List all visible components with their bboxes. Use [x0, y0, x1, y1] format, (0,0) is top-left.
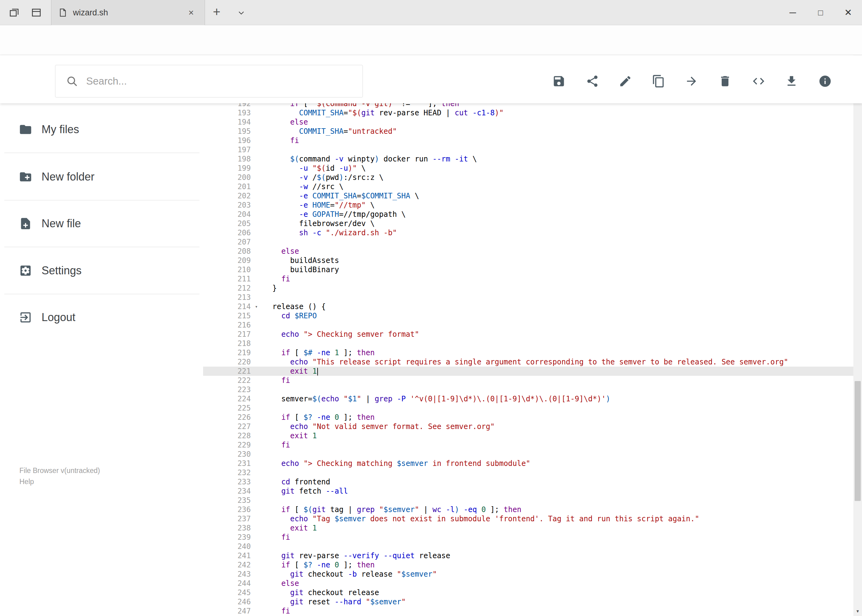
code-line-242[interactable]: 242 if [ $? -ne 0 ]; then	[203, 560, 853, 570]
sidebar-item-new-file[interactable]: New file	[0, 214, 203, 233]
sidebar-item-my-files[interactable]: My files	[0, 119, 203, 139]
sidebar-item-label: Logout	[41, 311, 76, 324]
code-icon	[752, 74, 765, 88]
sidebar-item-new-folder[interactable]: New folder	[0, 167, 203, 187]
code-line-217[interactable]: 217 echo "> Checking semver format"	[203, 330, 853, 339]
share-file-button[interactable]	[584, 72, 601, 90]
delete-button[interactable]	[717, 72, 734, 90]
code-line-225[interactable]: 225	[203, 404, 853, 413]
save-button[interactable]	[550, 72, 567, 90]
move-button[interactable]	[683, 72, 700, 90]
fold-gutter	[251, 118, 262, 127]
code-line-202[interactable]: 202 -e COMMIT_SHA=$COMMIT_SHA \	[203, 191, 853, 201]
code-text	[262, 321, 273, 330]
code-line-213[interactable]: 213	[203, 293, 853, 302]
code-line-201[interactable]: 201 -w //src \	[203, 182, 853, 191]
download-button[interactable]	[783, 72, 800, 90]
fold-gutter	[251, 274, 262, 284]
code-line-205[interactable]: 205 filebrowser/dev \	[203, 219, 853, 228]
code-line-234[interactable]: 234 git fetch --all	[203, 487, 853, 496]
code-line-195[interactable]: 195 COMMIT_SHA="untracked"	[203, 127, 853, 136]
code-line-209[interactable]: 209 buildAssets	[203, 256, 853, 265]
tab-close-icon[interactable]: ×	[184, 6, 198, 19]
code-line-222[interactable]: 222 fi	[203, 376, 853, 385]
help-link[interactable]: Help	[19, 476, 100, 487]
window-close-button[interactable]: ✕	[834, 0, 862, 25]
new-tab-button[interactable]: +	[209, 4, 225, 20]
code-line-241[interactable]: 241 git rev-parse --verify --quiet relea…	[203, 551, 853, 560]
set-tabs-aside-button[interactable]	[28, 5, 44, 20]
code-text: buildBinary	[262, 265, 339, 274]
code-line-207[interactable]: 207	[203, 237, 853, 247]
tab-preview-chevron-button[interactable]	[235, 7, 248, 19]
code-line-221[interactable]: 221 exit 1	[203, 366, 853, 376]
code-line-233[interactable]: 233 cd frontend	[203, 477, 853, 487]
code-line-227[interactable]: 227 echo "Not valid semver format. See s…	[203, 422, 853, 431]
code-line-218[interactable]: 218	[203, 339, 853, 348]
code-line-226[interactable]: 226 if [ $? -ne 0 ]; then	[203, 413, 853, 422]
code-line-232[interactable]: 232	[203, 468, 853, 477]
code-line-245[interactable]: 245 git checkout release	[203, 588, 853, 597]
search-input[interactable]	[86, 75, 362, 87]
code-line-200[interactable]: 200 -v /$(pwd):/src:z \	[203, 173, 853, 182]
code-line-211[interactable]: 211 fi	[203, 274, 853, 284]
window-minimize-button[interactable]: ─	[779, 0, 807, 25]
code-line-240[interactable]: 240	[203, 542, 853, 551]
page-scrollbar[interactable]: ▲ ▼	[853, 55, 862, 616]
code-line-199[interactable]: 199 -u "$(id -u)" \	[203, 163, 853, 173]
code-line-239[interactable]: 239 fi	[203, 533, 853, 542]
code-line-237[interactable]: 237 echo "Tag $semver does not exist in …	[203, 514, 853, 523]
share-nodes-icon	[586, 74, 599, 88]
code-text: fi	[262, 274, 290, 284]
search-box[interactable]	[55, 65, 363, 97]
code-line-215[interactable]: 215 cd $REPO	[203, 311, 853, 321]
window-maximize-button[interactable]: □	[807, 0, 834, 25]
code-line-224[interactable]: 224 semver=$(echo "$1" | grep -P '^v(0|[…	[203, 394, 853, 404]
fold-arrow-icon[interactable]: ▾	[251, 302, 262, 311]
scroll-down-arrow-icon[interactable]: ▼	[853, 607, 862, 616]
code-line-246[interactable]: 246 git reset --hard "$semver"	[203, 597, 853, 607]
code-line-204[interactable]: 204 -e GOPATH=//tmp/gopath \	[203, 210, 853, 219]
code-line-243[interactable]: 243 git checkout -b release "$semver"	[203, 570, 853, 579]
code-editor[interactable]: 192 if [ "$(command -v git)" != "" ]; th…	[203, 103, 853, 616]
copy-button[interactable]	[650, 72, 667, 90]
line-number: 232	[203, 468, 251, 477]
rename-button[interactable]	[617, 72, 634, 90]
tabs-preview-button[interactable]	[6, 5, 22, 20]
code-line-244[interactable]: 244 else	[203, 579, 853, 588]
code-line-203[interactable]: 203 -e HOME="//tmp" \	[203, 201, 853, 210]
code-line-223[interactable]: 223	[203, 385, 853, 394]
code-line-196[interactable]: 196 fi	[203, 136, 853, 145]
info-button[interactable]	[816, 72, 834, 90]
code-line-192[interactable]: 192 if [ "$(command -v git)" != "" ]; th…	[203, 103, 853, 108]
code-line-197[interactable]: 197	[203, 145, 853, 154]
sidebar-item-logout[interactable]: Logout	[0, 308, 203, 327]
code-line-216[interactable]: 216	[203, 321, 853, 330]
code-line-194[interactable]: 194 else	[203, 118, 853, 127]
code-line-238[interactable]: 238 exit 1	[203, 523, 853, 533]
code-line-208[interactable]: 208 else	[203, 247, 853, 256]
line-number: 198	[203, 154, 251, 163]
code-line-236[interactable]: 236 if [ $(git tag | grep "$semver" | wc…	[203, 505, 853, 514]
code-line-193[interactable]: 193 COMMIT_SHA="$(git rev-parse HEAD | c…	[203, 108, 853, 118]
code-line-247[interactable]: 247 fi	[203, 607, 853, 616]
code-line-228[interactable]: 228 exit 1	[203, 431, 853, 440]
code-line-230[interactable]: 230	[203, 449, 853, 459]
code-line-235[interactable]: 235	[203, 496, 853, 505]
fold-gutter	[251, 163, 262, 173]
scrollbar-thumb[interactable]	[855, 381, 861, 501]
code-line-220[interactable]: 220 echo "This release script requires a…	[203, 357, 853, 366]
code-line-219[interactable]: 219 if [ $# -ne 1 ]; then	[203, 348, 853, 357]
code-line-206[interactable]: 206 sh -c "./wizard.sh -b"	[203, 228, 853, 237]
code-line-198[interactable]: 198 $(command -v winpty) docker run --rm…	[203, 154, 853, 163]
code-line-210[interactable]: 210 buildBinary	[203, 265, 853, 274]
line-number: 223	[203, 385, 251, 394]
raw-code-button[interactable]	[750, 72, 767, 90]
code-line-231[interactable]: 231 echo "> Checking matching $semver in…	[203, 459, 853, 468]
code-line-229[interactable]: 229 fi	[203, 440, 853, 449]
tab-wizard-sh[interactable]: wizard.sh ×	[51, 0, 205, 25]
code-line-212[interactable]: 212}	[203, 284, 853, 293]
sidebar-item-settings[interactable]: Settings	[0, 261, 203, 280]
fold-gutter	[251, 588, 262, 597]
code-line-214[interactable]: 214▾release () {	[203, 302, 853, 311]
